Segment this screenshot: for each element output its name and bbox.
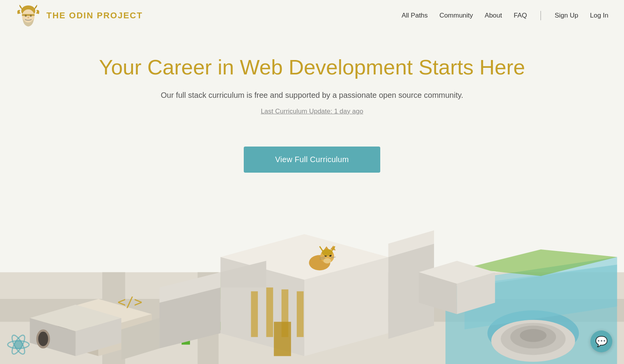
nav-signup[interactable]: Sign Up	[555, 12, 578, 19]
svg-text:</>: </>	[117, 293, 142, 309]
curriculum-update-link[interactable]: Last Curriculum Update: 1 day ago	[261, 108, 363, 115]
chat-button[interactable]: 💬	[590, 330, 612, 352]
chat-icon: 💬	[595, 336, 608, 348]
nav-about[interactable]: About	[485, 12, 502, 19]
svg-point-59	[520, 329, 546, 342]
navbar: The Odin Project All Paths Community Abo…	[0, 0, 624, 31]
svg-point-52	[322, 249, 332, 256]
nav-login[interactable]: Log In	[590, 12, 608, 19]
nav-community[interactable]: Community	[440, 12, 473, 19]
logo-icon	[16, 3, 41, 28]
isometric-scene: </>	[0, 196, 624, 364]
site-title: The Odin Project	[46, 11, 143, 21]
nav-divider	[541, 11, 541, 20]
hero-section: Your Career in Web Development Starts He…	[0, 31, 624, 188]
svg-rect-36	[297, 291, 304, 337]
nav-links: All Paths Community About FAQ Sign Up Lo…	[402, 11, 608, 20]
svg-rect-33	[251, 291, 258, 337]
svg-rect-37	[274, 322, 291, 356]
nav-faq[interactable]: FAQ	[514, 12, 527, 19]
svg-rect-34	[266, 287, 273, 337]
illustration-area: </>	[0, 196, 624, 364]
hero-title: Your Career in Web Development Starts He…	[8, 55, 616, 80]
svg-point-55	[323, 258, 331, 263]
svg-point-68	[38, 332, 48, 346]
svg-point-4	[28, 17, 29, 18]
view-curriculum-button[interactable]: View Full Curriculum	[244, 147, 380, 173]
logo-area[interactable]: The Odin Project	[16, 3, 143, 28]
svg-rect-5	[22, 14, 35, 16]
hero-subtitle: Our full stack curriculum is free and su…	[8, 91, 616, 100]
nav-all-paths[interactable]: All Paths	[402, 12, 428, 19]
